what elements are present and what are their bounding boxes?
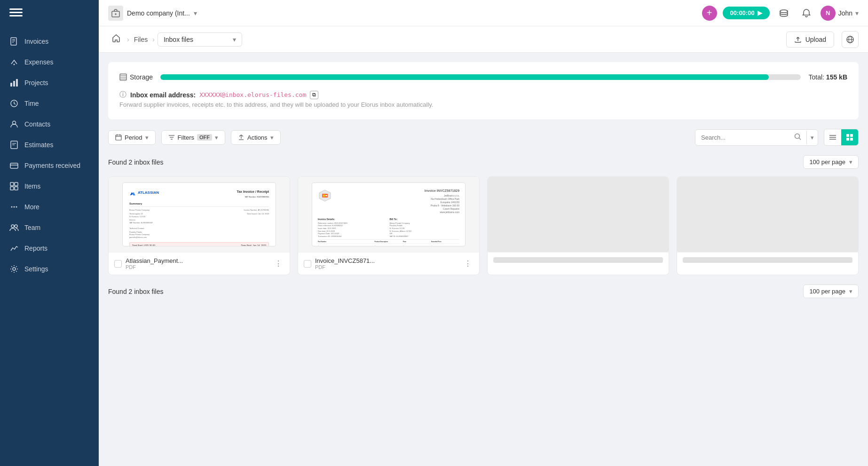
svg-point-20 — [14, 206, 15, 208]
notifications-button[interactable] — [798, 5, 815, 22]
storage-total: Total: 155 kB — [808, 73, 847, 81]
per-page-select-bottom[interactable]: 100 per page ▾ — [803, 284, 859, 298]
file-card[interactable]: Invoice INVCZ5871829 JetBrains s.r.o. Na… — [298, 176, 480, 275]
sidebar-item-label: Estimates — [24, 141, 53, 149]
storage-icon-button[interactable] — [775, 5, 792, 22]
settings-icon — [9, 264, 19, 274]
company-dropdown-icon: ▾ — [194, 9, 197, 17]
menu-icon[interactable] — [9, 8, 23, 19]
svg-point-23 — [15, 225, 17, 228]
sidebar-item-payments-received[interactable]: Payments received — [0, 155, 99, 176]
sidebar-item-invoices[interactable]: Invoices — [0, 31, 99, 52]
estimates-icon — [9, 140, 19, 150]
per-page-select-top[interactable]: 100 per page ▾ — [803, 155, 859, 169]
more-icon — [9, 202, 19, 212]
top-header: Demo company (Int... ▾ + 00:00:00 ▶ N Jo… — [99, 0, 868, 26]
sidebar-item-contacts[interactable]: Contacts — [0, 114, 99, 134]
actions-button[interactable]: Actions ▾ — [231, 130, 281, 145]
file-thumbnail: ATLASSIAN Tax Invoice / ReceiptVAT Numbe… — [109, 177, 290, 252]
svg-rect-7 — [16, 79, 18, 87]
breadcrumb-dropdown-icon: ▾ — [233, 36, 236, 43]
period-button[interactable]: Period ▾ — [108, 130, 156, 145]
sidebar-item-label: More — [24, 203, 39, 211]
storage-row: Storage Total: 155 kB — [119, 73, 847, 81]
file-menu-button[interactable]: ⋮ — [462, 258, 473, 269]
sidebar-item-label: Time — [24, 100, 39, 107]
sidebar-item-reports[interactable]: Reports — [0, 238, 99, 259]
timer-value: 00:00:00 — [730, 9, 755, 16]
search-dropdown-button[interactable]: ▾ — [806, 131, 818, 144]
breadcrumb-sep-1: › — [124, 36, 132, 43]
invoice-icon — [9, 37, 19, 46]
storage-bar-fill — [160, 74, 769, 80]
svg-rect-17 — [10, 187, 14, 190]
sidebar-item-settings[interactable]: Settings — [0, 259, 99, 279]
user-avatar: N — [821, 6, 836, 21]
sidebar-item-items[interactable]: Items — [0, 176, 99, 197]
file-name: Invoice_INVCZ5871... — [315, 257, 458, 264]
thumb-placeholder — [677, 177, 858, 252]
sidebar-item-expenses[interactable]: Expenses — [0, 52, 99, 72]
actions-dropdown-icon: ▾ — [270, 134, 274, 141]
file-info-placeholder — [677, 252, 858, 268]
filters-button[interactable]: Filters OFF ▾ — [161, 130, 225, 145]
file-info-placeholder — [488, 252, 669, 268]
company-selector[interactable]: Demo company (Int... ▾ — [108, 6, 197, 21]
sidebar-item-projects[interactable]: Projects — [0, 72, 99, 93]
breadcrumb-sep-2: › — [150, 36, 158, 43]
breadcrumb-home[interactable] — [108, 32, 124, 47]
file-card[interactable]: ATLASSIAN Tax Invoice / ReceiptVAT Numbe… — [108, 176, 290, 275]
file-card-placeholder — [487, 176, 669, 275]
filters-dropdown-icon: ▾ — [215, 134, 218, 141]
svg-rect-5 — [10, 83, 12, 87]
file-thumbnail-placeholder — [488, 177, 669, 252]
svg-point-42 — [795, 134, 800, 138]
file-menu-button[interactable]: ⋮ — [273, 258, 284, 269]
search-wrap: ▾ — [695, 129, 818, 146]
file-checkbox[interactable] — [114, 260, 122, 268]
copy-icon[interactable]: ⧉ — [310, 91, 318, 99]
search-submit-button[interactable] — [789, 130, 806, 145]
add-button[interactable]: + — [702, 6, 717, 21]
globe-button[interactable] — [842, 31, 859, 48]
sidebar-item-label: Settings — [24, 265, 48, 273]
breadcrumb-current-dropdown[interactable]: Inbox files ▾ — [158, 32, 242, 47]
file-checkbox[interactable] — [304, 260, 311, 268]
svg-rect-53 — [323, 195, 325, 197]
sidebar-item-more[interactable]: More — [0, 197, 99, 217]
list-view-button[interactable] — [824, 129, 841, 145]
sub-header: › Files › Inbox files ▾ Upload — [99, 26, 868, 53]
upload-button[interactable]: Upload — [786, 32, 834, 47]
company-icon — [108, 6, 123, 21]
file-name: Atlassian_Payment... — [126, 257, 269, 264]
grid-view-button[interactable] — [841, 129, 858, 145]
svg-point-28 — [780, 10, 788, 13]
svg-rect-54 — [325, 195, 327, 196]
file-preview-invoice: Invoice INVCZ5871829 JetBrains s.r.o. Na… — [312, 182, 466, 246]
breadcrumb-files[interactable]: Files — [132, 34, 150, 45]
company-name: Demo company (Int... — [127, 9, 190, 17]
help-icon: ⓘ — [119, 90, 126, 99]
svg-rect-48 — [850, 134, 853, 137]
filter-bar: Period ▾ Filters OFF ▾ Actions ▾ ▾ — [108, 129, 859, 146]
user-name: John — [838, 9, 852, 17]
file-name-wrap: Atlassian_Payment... PDF — [126, 257, 269, 270]
contacts-icon — [9, 119, 19, 129]
svg-rect-47 — [846, 134, 849, 137]
sidebar-item-estimates[interactable]: Estimates — [0, 134, 99, 155]
sidebar-item-label: Expenses — [24, 58, 53, 66]
sidebar-item-time[interactable]: Time — [0, 93, 99, 114]
sidebar-item-team[interactable]: Team — [0, 217, 99, 238]
items-icon — [9, 182, 19, 191]
expenses-icon — [9, 57, 19, 67]
timer-button[interactable]: 00:00:00 ▶ — [723, 7, 770, 19]
breadcrumb-current-label: Inbox files — [164, 36, 193, 43]
projects-icon — [9, 78, 19, 87]
email-hint: Forward supplier invoices, receipts etc.… — [119, 101, 433, 108]
user-menu[interactable]: N John ▾ — [821, 6, 859, 21]
sidebar-item-label: Contacts — [24, 120, 50, 128]
results-count-bottom: Found 2 inbox files — [108, 288, 164, 295]
search-input[interactable] — [695, 131, 789, 144]
svg-rect-13 — [10, 163, 18, 168]
sidebar-logo[interactable] — [0, 0, 99, 27]
